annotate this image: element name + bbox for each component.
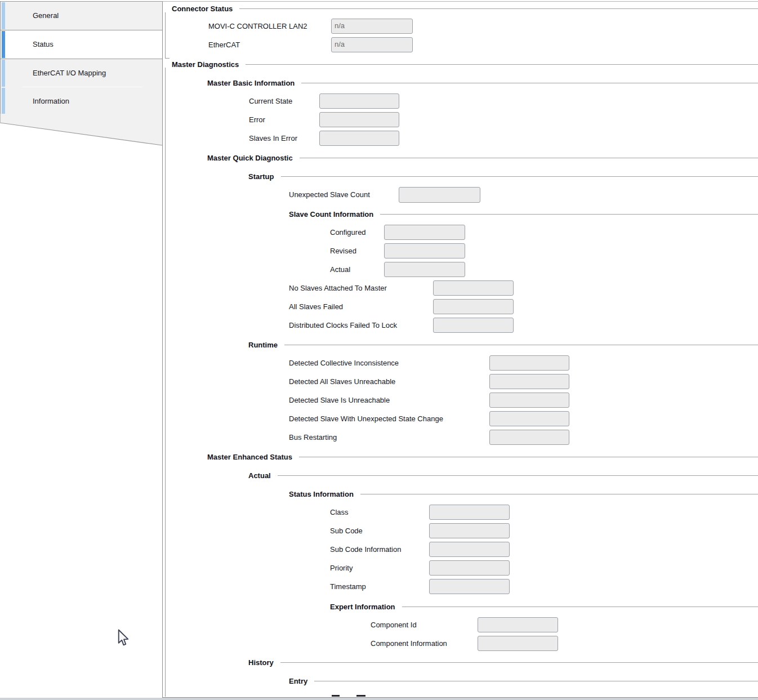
field-label: Current State	[249, 96, 292, 106]
cutoff-text-fragment	[332, 695, 340, 697]
class-field	[429, 505, 510, 520]
sidebar-tab-strip: General Status EtherCAT I/O Mapping Info…	[0, 1, 162, 115]
detected-all-slaves-unreachable-field	[489, 374, 569, 389]
timestamp-field	[429, 579, 510, 594]
field-label: Component Information	[371, 639, 447, 648]
current-state-field	[319, 93, 399, 109]
tab-label: EtherCAT I/O Mapping	[33, 69, 106, 77]
actual-field	[384, 262, 465, 277]
sidebar-tab-status[interactable]: Status	[1, 30, 162, 59]
status-page: Connector Status MOVI-C CONTROLLER LAN2 …	[0, 0, 758, 700]
no-slaves-attached-field	[433, 280, 514, 296]
detected-slave-is-unreachable-field	[489, 393, 569, 408]
detected-slave-unexpected-state-field	[489, 411, 569, 426]
sub-code-information-field	[429, 542, 510, 557]
all-slaves-failed-field	[433, 299, 514, 314]
error-field	[319, 112, 399, 127]
field-label: Error	[249, 115, 265, 124]
component-id-field	[478, 617, 558, 632]
group-title-entry: Entry	[289, 676, 758, 685]
group-title-slave-count-information: Slave Count Information	[289, 209, 758, 219]
field-label: Revised	[330, 246, 356, 256]
field-label: Priority	[330, 563, 353, 573]
field-label: Actual	[330, 265, 350, 274]
sidebar-tab-ethercat-io-mapping[interactable]: EtherCAT I/O Mapping	[1, 59, 162, 87]
field-label: EtherCAT	[208, 40, 240, 50]
field-label: Sub Code Information	[330, 545, 401, 554]
field-label: Bus Restarting	[289, 433, 337, 442]
mouse-cursor	[116, 629, 130, 647]
component-information-field	[478, 636, 558, 651]
field-label: Detected Slave Is Unreachable	[289, 395, 390, 405]
field-label: Detected Slave With Unexpected State Cha…	[289, 414, 443, 423]
cutoff-text-fragment	[356, 695, 365, 697]
tab-accent-bar	[2, 88, 5, 115]
field-label: Detected Collective Inconsistence	[289, 358, 399, 368]
group-title-status-information: Status Information	[289, 489, 758, 498]
connector-lan2-value-field: n/a	[331, 19, 413, 34]
sidebar-tab-general[interactable]: General	[1, 2, 162, 30]
priority-field	[429, 560, 510, 576]
group-title-master-quick-diagnostic: Master Quick Diagnostic	[207, 153, 758, 162]
tab-label: General	[33, 11, 59, 20]
distributed-clocks-field	[433, 318, 514, 333]
unexpected-slave-count-field	[399, 187, 480, 203]
field-label: Configured	[330, 228, 366, 237]
sidebar-tab-information[interactable]: Information	[1, 87, 162, 115]
diagnostics-group-edge	[165, 68, 170, 697]
tab-accent-bar	[2, 2, 5, 29]
connector-ethercat-value-field: n/a	[331, 37, 413, 52]
field-label: Class	[330, 507, 349, 517]
tab-accent-bar	[2, 60, 5, 87]
group-title-history: History	[248, 658, 758, 667]
revised-field	[384, 243, 465, 258]
field-label: MOVI-C CONTROLLER LAN2	[208, 21, 307, 31]
field-label: Timestamp	[330, 582, 366, 591]
group-title-startup: Startup	[248, 172, 758, 181]
tab-label: Status	[33, 40, 53, 48]
field-label: Sub Code	[330, 526, 363, 536]
group-title-master-diagnostics: Master Diagnostics	[172, 60, 758, 69]
sub-code-field	[429, 523, 510, 538]
field-label: No Slaves Attached To Master	[289, 283, 387, 293]
field-label: Slaves In Error	[249, 133, 297, 143]
group-title-master-enhanced-status: Master Enhanced Status	[207, 452, 758, 461]
field-label: All Slaves Failed	[289, 302, 343, 311]
group-title-expert-information: Expert Information	[330, 602, 758, 611]
tab-label: Information	[33, 97, 69, 105]
detected-collective-inconsistence-field	[489, 355, 569, 371]
connector-group-edge	[165, 12, 170, 59]
field-label: Distributed Clocks Failed To Lock	[289, 320, 397, 330]
sidebar-tail-shape	[0, 114, 163, 148]
tab-accent-bar	[2, 31, 5, 58]
group-title-connector-status: Connector Status	[172, 4, 758, 13]
group-title-master-basic-information: Master Basic Information	[207, 78, 758, 87]
field-label: Component Id	[371, 620, 417, 630]
group-title-actual: Actual	[248, 471, 758, 480]
field-label: Detected All Slaves Unreachable	[289, 377, 395, 386]
configured-field	[384, 225, 465, 240]
window-bottom-edge	[0, 698, 758, 700]
group-title-runtime: Runtime	[248, 340, 758, 349]
bus-restarting-field	[489, 430, 569, 445]
field-label: Unexpected Slave Count	[289, 190, 370, 199]
slaves-in-error-field	[319, 131, 399, 146]
